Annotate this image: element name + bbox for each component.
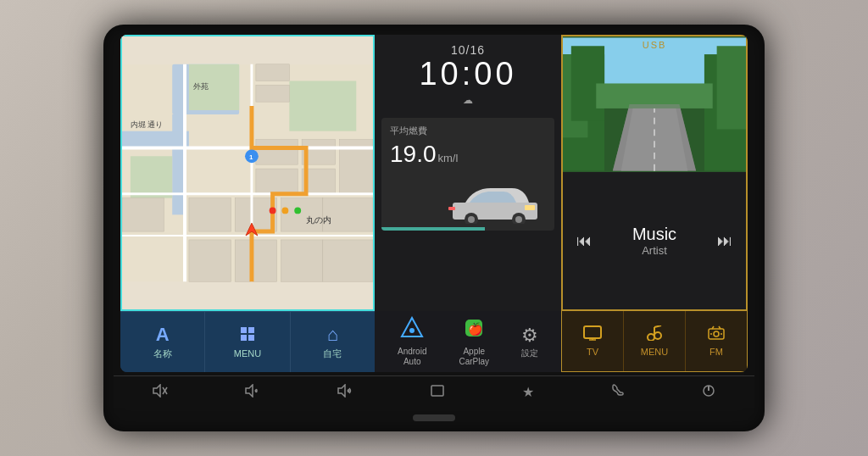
main-screen: 外苑 内堀 通り 丸の内 1 10/16 10:00 ☁ [120, 35, 748, 372]
svg-rect-77 [431, 386, 443, 396]
svg-rect-6 [289, 81, 356, 131]
svg-text:1: 1 [249, 153, 253, 161]
music-artist: Artist [632, 244, 676, 257]
svg-point-30 [294, 207, 301, 214]
fuel-label: 平均燃費 [390, 125, 546, 137]
svg-rect-20 [235, 240, 276, 281]
center-buttons: AndroidAuto 🍎 AppleCarPlay ⚙ 設 [375, 311, 561, 372]
media-panel[interactable]: USB [561, 35, 748, 311]
fm-button[interactable]: FM [686, 311, 747, 371]
next-track-button[interactable]: ⏭ [717, 232, 732, 250]
svg-marker-55 [402, 318, 422, 336]
nav-btn-home[interactable]: ⌂ 自宅 [291, 312, 375, 372]
power-button[interactable] [695, 381, 722, 404]
fm-icon [707, 325, 726, 345]
home-label: 自宅 [323, 348, 342, 360]
name-icon: A [156, 324, 170, 346]
music-menu-icon [645, 325, 664, 345]
svg-rect-9 [256, 140, 298, 165]
mute-button[interactable] [146, 381, 175, 404]
prev-track-button[interactable]: ⏮ [576, 232, 592, 250]
media-menu-label: MENU [641, 347, 668, 357]
tv-button[interactable]: TV [562, 311, 624, 371]
svg-rect-8 [256, 85, 289, 102]
fm-label: FM [709, 347, 723, 357]
usb-label: USB [643, 40, 667, 50]
knob-area [114, 414, 754, 421]
nav-buttons: A 名称 MENU [120, 311, 375, 372]
svg-rect-59 [584, 326, 601, 338]
android-auto-label: AndroidAuto [398, 347, 426, 367]
knob[interactable] [413, 414, 455, 421]
svg-text:外苑: 外苑 [193, 82, 209, 91]
transport-row: ⏮ Music Artist ⏭ [570, 221, 739, 260]
fuel-bar [381, 227, 485, 231]
svg-point-56 [409, 328, 415, 333]
nav-btn-menu[interactable]: MENU [205, 312, 290, 372]
name-label: 名称 [153, 348, 172, 360]
dash-surround: 外苑 内堀 通り 丸の内 1 10/16 10:00 ☁ [103, 25, 765, 431]
svg-rect-2 [172, 114, 185, 214]
svg-rect-5 [131, 156, 172, 197]
apple-carplay-icon: 🍎 [462, 316, 486, 345]
favorite-button[interactable]: ★ [515, 381, 541, 403]
svg-line-65 [654, 325, 661, 327]
media-video [563, 36, 746, 172]
svg-marker-76 [338, 385, 345, 397]
svg-rect-19 [189, 240, 231, 281]
svg-rect-54 [248, 335, 254, 341]
bottom-nav: A 名称 MENU [120, 311, 748, 372]
phone-button[interactable] [604, 381, 632, 404]
nav-btn-name[interactable]: A 名称 [120, 312, 205, 372]
svg-rect-10 [256, 169, 298, 194]
music-controls: ⏮ Music Artist ⏭ [563, 172, 746, 309]
music-info: Music Artist [632, 221, 676, 260]
svg-rect-42 [525, 205, 535, 210]
fuel-unit: km/l [438, 152, 459, 164]
carplay-label: AppleCarPlay [459, 347, 489, 367]
media-buttons: TV MENU [561, 311, 748, 372]
svg-text:🍎: 🍎 [468, 322, 483, 336]
svg-rect-22 [323, 240, 373, 281]
svg-marker-72 [153, 385, 160, 397]
navigation-panel[interactable]: 外苑 内堀 通り 丸の内 1 [120, 35, 375, 311]
vol-down-button[interactable] [238, 381, 267, 404]
svg-rect-14 [189, 198, 231, 231]
svg-rect-53 [241, 335, 247, 341]
svg-point-41 [515, 216, 522, 223]
svg-rect-51 [241, 327, 247, 333]
android-auto-button[interactable]: AndroidAuto [389, 311, 435, 372]
clock-section: 10/16 10:00 ☁ [419, 43, 516, 108]
center-panel: 10/16 10:00 ☁ 平均燃費 19.0 km/l [375, 35, 561, 311]
svg-rect-21 [281, 240, 322, 281]
home-icon: ⌂ [327, 324, 338, 346]
svg-point-67 [714, 331, 719, 336]
system-bar: ★ [114, 375, 754, 408]
tv-icon [583, 325, 602, 345]
music-title: Music [632, 225, 676, 244]
svg-text:内堀 通り: 内堀 通り [131, 120, 163, 129]
svg-rect-18 [122, 198, 164, 231]
svg-point-29 [281, 207, 288, 214]
apple-carplay-button[interactable]: 🍎 AppleCarPlay [450, 311, 498, 372]
svg-rect-43 [448, 207, 455, 210]
android-auto-icon [400, 316, 424, 345]
svg-rect-3 [122, 131, 189, 148]
svg-rect-49 [717, 46, 746, 129]
car-frame: 外苑 内堀 通り 丸の内 1 10/16 10:00 ☁ [0, 0, 868, 456]
settings-button[interactable]: ⚙ 設定 [513, 320, 547, 364]
svg-rect-7 [256, 64, 289, 81]
svg-point-63 [654, 332, 661, 339]
svg-point-62 [648, 334, 654, 341]
weather-icon: ☁ [419, 94, 516, 106]
tv-label: TV [587, 347, 598, 357]
menu-nav-label: MENU [234, 348, 261, 359]
fuel-value: 19.0 [390, 141, 437, 168]
svg-marker-75 [246, 385, 253, 397]
media-menu-button[interactable]: MENU [624, 311, 686, 371]
settings-icon: ⚙ [521, 325, 538, 347]
fuel-section: 平均燃費 19.0 km/l [381, 118, 554, 231]
vol-up-button[interactable] [331, 381, 359, 404]
date-display: 10/16 [419, 43, 516, 57]
screen-toggle-button[interactable] [423, 381, 452, 404]
